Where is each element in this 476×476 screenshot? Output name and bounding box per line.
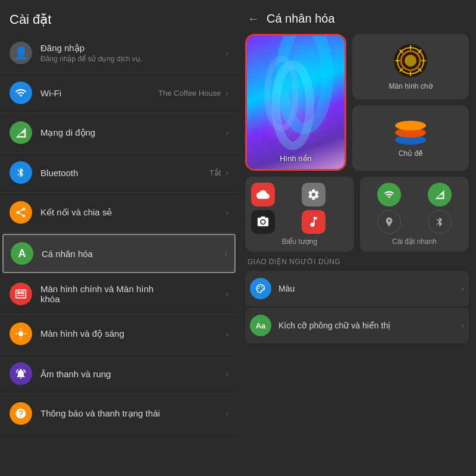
bluetooth-title: Bluetooth <box>40 168 209 178</box>
side-cards: Màn hình chờ C <box>352 34 469 171</box>
chevron-icon: › <box>226 369 228 378</box>
ui-item-color[interactable]: Màu › <box>245 271 469 306</box>
settings-title: Cài đặt <box>0 0 238 33</box>
ui-items-list: Màu › Aa Kích cỡ phông chữ và hiển thị › <box>245 271 469 343</box>
right-header: ← Cá nhân hóa <box>238 0 476 34</box>
qs-wifi <box>377 183 401 206</box>
right-title: Cá nhân hóa <box>267 12 335 26</box>
homescreen-title: Màn hình chính và Màn hình khóa <box>40 284 226 304</box>
settings-list: 👤 Đăng nhập Đăng nhập để sử dụng dịch vụ… <box>0 33 238 476</box>
svg-point-21 <box>261 286 262 287</box>
svg-point-22 <box>262 288 264 289</box>
chevron-icon: › <box>226 48 228 58</box>
quicksettings-label: Cài đặt nhanh <box>366 237 463 246</box>
icons-label: Biểu tượng <box>251 237 348 246</box>
display-icon <box>10 322 32 345</box>
qs-mobile <box>428 183 452 206</box>
settings-item-notification[interactable]: Thông báo và thanh trạng thái › <box>0 394 238 434</box>
homescreen-icon <box>10 283 32 305</box>
app-icon-3 <box>251 210 275 234</box>
settings-item-personalize[interactable]: A Cá nhân hóa › <box>2 234 236 273</box>
sound-title: Âm thanh và rung <box>40 369 226 379</box>
svg-point-18 <box>261 220 265 224</box>
icons-card[interactable]: Biểu tượng <box>245 177 354 252</box>
display-title: Màn hình và độ sáng <box>40 328 226 339</box>
app-icon-2 <box>302 183 325 206</box>
app-icon-1 <box>251 183 275 206</box>
app-icon-4 <box>302 210 325 234</box>
chevron-icon: › <box>461 284 464 293</box>
settings-panel: Cài đặt 👤 Đăng nhập Đăng nhập để sử dụng… <box>0 0 238 476</box>
settings-item-homescreen[interactable]: Màn hình chính và Màn hình khóa › <box>0 274 238 314</box>
wallpaper-card[interactable]: Hình nền <box>245 34 346 171</box>
notification-icon <box>10 402 32 425</box>
icon-grid-row: Biểu tượng C <box>245 177 469 252</box>
login-subtitle: Đăng nhập để sử dụng dịch vụ. <box>40 55 226 63</box>
color-label: Màu <box>278 284 461 293</box>
qs-location <box>377 210 401 234</box>
icons-grid <box>251 183 348 234</box>
svg-point-19 <box>258 288 259 289</box>
wifi-value: The Coffee House <box>158 89 221 98</box>
settings-item-sound[interactable]: Âm thanh và rung › <box>0 354 238 394</box>
wifi-title: Wi-Fi <box>40 88 158 98</box>
chevron-icon: › <box>226 409 228 418</box>
chevron-icon: › <box>226 128 228 137</box>
chevron-icon: › <box>226 168 228 177</box>
chevron-icon: › <box>461 321 464 330</box>
section-header: GIAO DIỆN NGƯỜI DÙNG <box>245 258 469 266</box>
lockscreen-card[interactable]: Màn hình chờ <box>352 34 469 99</box>
theme-card[interactable]: Chủ đề <box>352 105 469 171</box>
settings-item-wifi[interactable]: Wi-Fi The Coffee House › <box>0 73 238 113</box>
wifi-icon <box>10 82 32 104</box>
qs-grid <box>366 183 463 234</box>
bluetooth-icon <box>10 161 32 184</box>
ui-item-fontsize[interactable]: Aa Kích cỡ phông chữ và hiển thị › <box>245 308 469 343</box>
settings-item-mobile[interactable]: Mạng di động › <box>0 113 238 153</box>
mobile-icon <box>10 121 32 144</box>
color-icon <box>250 278 271 299</box>
fontsize-icon: Aa <box>250 315 271 336</box>
wallpaper-bg <box>247 36 345 169</box>
fontsize-label: Kích cỡ phông chữ và hiển thị <box>278 321 461 330</box>
connections-title: Kết nối và chia sẻ <box>40 207 226 218</box>
qs-bluetooth <box>428 210 452 234</box>
chevron-icon: › <box>226 329 228 339</box>
notification-title: Thông báo và thanh trạng thái <box>40 408 226 419</box>
wallpaper-label: Hình nền <box>280 154 312 163</box>
sound-icon <box>10 362 32 385</box>
quicksettings-card[interactable]: Cài đặt nhanh <box>360 177 469 252</box>
chevron-icon: › <box>226 88 228 98</box>
svg-point-17 <box>395 121 426 130</box>
connections-icon <box>10 201 32 224</box>
settings-item-display[interactable]: Màn hình và độ sáng › <box>0 314 238 354</box>
back-button[interactable]: ← <box>248 12 259 26</box>
theme-icon <box>393 118 428 146</box>
login-title: Đăng nhập <box>40 43 226 54</box>
chevron-icon: › <box>224 249 227 258</box>
personalize-panel: ← Cá nhân hóa Hình nền <box>238 0 476 476</box>
top-row: Hình nền <box>245 34 469 171</box>
chevron-icon: › <box>226 289 228 299</box>
svg-point-20 <box>259 286 260 287</box>
settings-item-login[interactable]: 👤 Đăng nhập Đăng nhập để sử dụng dịch vụ… <box>0 33 238 73</box>
avatar-icon: 👤 <box>10 42 32 64</box>
lockscreen-label: Màn hình chờ <box>389 82 432 90</box>
settings-item-connections[interactable]: Kết nối và chia sẻ › <box>0 193 238 233</box>
personalize-icon: A <box>11 242 33 265</box>
personalize-title: Cá nhân hóa <box>42 249 224 259</box>
theme-label: Chủ đề <box>399 149 422 158</box>
svg-point-6 <box>405 55 416 67</box>
lockscreen-icon <box>393 43 428 79</box>
mobile-title: Mạng di động <box>40 127 226 138</box>
right-content: Hình nền <box>238 34 476 476</box>
settings-item-bluetooth[interactable]: Bluetooth Tắt › <box>0 153 238 193</box>
chevron-icon: › <box>226 208 228 217</box>
bluetooth-value: Tắt <box>209 168 221 177</box>
